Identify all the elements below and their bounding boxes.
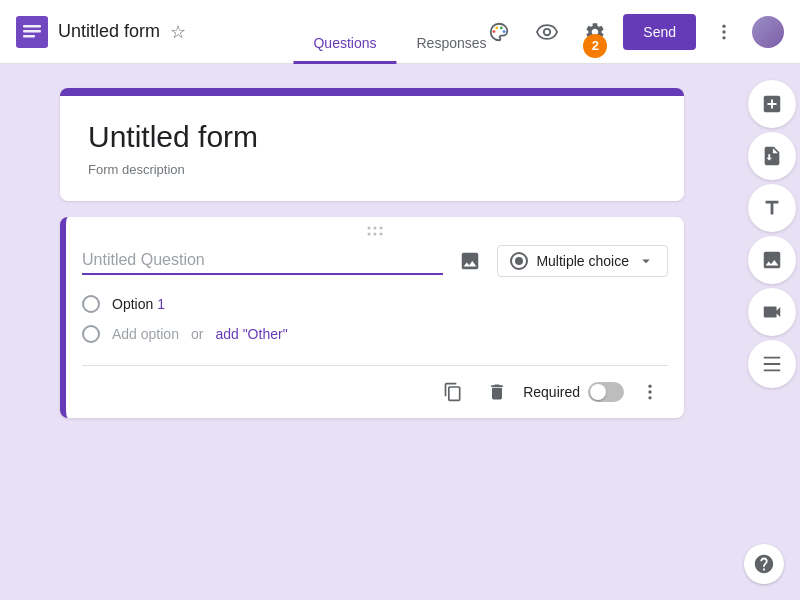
form-title[interactable]: Untitled form	[88, 120, 656, 154]
copy-icon	[443, 382, 463, 402]
card-bottom: Required	[66, 366, 684, 418]
duplicate-button[interactable]	[435, 374, 471, 410]
more-options-button[interactable]	[704, 12, 744, 52]
add-section-tool[interactable]	[748, 340, 796, 388]
question-card: Multiple choice Option 1 Add option	[60, 217, 684, 418]
image-tool-icon	[761, 249, 783, 271]
toggle-thumb	[590, 384, 606, 400]
required-toggle[interactable]	[588, 382, 624, 402]
question-input[interactable]	[82, 247, 443, 275]
section-icon	[761, 353, 783, 375]
palette-button[interactable]	[479, 12, 519, 52]
svg-point-17	[380, 233, 383, 236]
question-type-selector[interactable]: Multiple choice	[497, 245, 668, 277]
type-selector-label: Multiple choice	[536, 253, 629, 269]
header-right: 2 Send	[479, 12, 784, 52]
svg-point-15	[374, 233, 377, 236]
svg-point-20	[648, 396, 651, 399]
delete-button[interactable]	[479, 374, 515, 410]
drag-dots-icon	[363, 225, 387, 237]
required-label: Required	[523, 384, 580, 400]
svg-point-14	[374, 227, 377, 230]
add-question-icon	[761, 93, 783, 115]
add-title-tool[interactable]	[748, 184, 796, 232]
add-image-button[interactable]	[455, 246, 485, 276]
form-description[interactable]: Form description	[88, 162, 656, 177]
drag-handle[interactable]	[66, 217, 684, 245]
video-icon	[761, 301, 783, 323]
more-question-options-button[interactable]	[632, 374, 668, 410]
options-area: Option 1 Add option or add "Other"	[66, 289, 684, 357]
send-button[interactable]: Send	[623, 14, 696, 50]
import-question-tool[interactable]	[748, 132, 796, 180]
svg-point-19	[648, 390, 651, 393]
or-text: or	[191, 326, 203, 342]
help-icon	[753, 553, 775, 575]
svg-rect-2	[23, 30, 41, 33]
svg-point-13	[368, 233, 371, 236]
title-icon	[761, 197, 783, 219]
image-icon	[459, 250, 481, 272]
more-vert-icon	[714, 22, 734, 42]
user-avatar[interactable]	[752, 16, 784, 48]
add-image-tool[interactable]	[748, 236, 796, 284]
svg-point-18	[648, 385, 651, 388]
svg-rect-3	[23, 35, 35, 38]
option-row-1: Option 1	[82, 289, 668, 319]
forms-app-icon	[16, 16, 48, 48]
form-title-card: Untitled form Form description	[60, 88, 684, 201]
svg-point-11	[722, 36, 725, 39]
star-icon[interactable]: ☆	[170, 21, 186, 43]
app-title: Untitled form	[58, 21, 160, 42]
option-radio-1	[82, 295, 100, 313]
header-tabs-container: Questions Responses	[293, 0, 506, 64]
svg-point-12	[368, 227, 371, 230]
sidebar-tools	[744, 64, 800, 600]
more-vert-question-icon	[640, 382, 660, 402]
import-icon	[761, 145, 783, 167]
svg-point-7	[503, 30, 506, 33]
tab-questions[interactable]: Questions	[293, 27, 396, 64]
palette-icon	[488, 21, 510, 43]
main-content: Untitled form Form description	[0, 64, 800, 600]
dropdown-arrow-icon	[637, 252, 655, 270]
svg-rect-1	[23, 25, 41, 28]
svg-point-10	[722, 30, 725, 33]
preview-button[interactable]	[527, 12, 567, 52]
svg-point-8	[544, 28, 550, 34]
add-question-tool[interactable]	[748, 80, 796, 128]
add-option-radio	[82, 325, 100, 343]
preview-icon	[536, 21, 558, 43]
radio-type-icon	[510, 252, 528, 270]
help-button[interactable]	[744, 544, 784, 584]
svg-point-5	[496, 26, 499, 29]
svg-point-16	[380, 227, 383, 230]
add-video-tool[interactable]	[748, 288, 796, 336]
content-area: Untitled form Form description	[0, 64, 744, 600]
svg-point-4	[493, 30, 496, 33]
settings-badge: 2	[583, 34, 607, 58]
add-option-row: Add option or add "Other"	[82, 319, 668, 349]
question-top-row: Multiple choice	[66, 245, 684, 289]
add-other-link[interactable]: add "Other"	[215, 326, 287, 342]
option-1-text: Option 1	[112, 296, 165, 312]
svg-point-9	[722, 24, 725, 27]
delete-icon	[487, 382, 507, 402]
tabs: Questions Responses	[293, 27, 506, 64]
svg-point-6	[500, 26, 503, 29]
header: Untitled form ☆ Questions Responses	[0, 0, 800, 64]
settings-button[interactable]: 2	[575, 12, 615, 52]
add-option-link[interactable]: Add option	[112, 326, 179, 342]
